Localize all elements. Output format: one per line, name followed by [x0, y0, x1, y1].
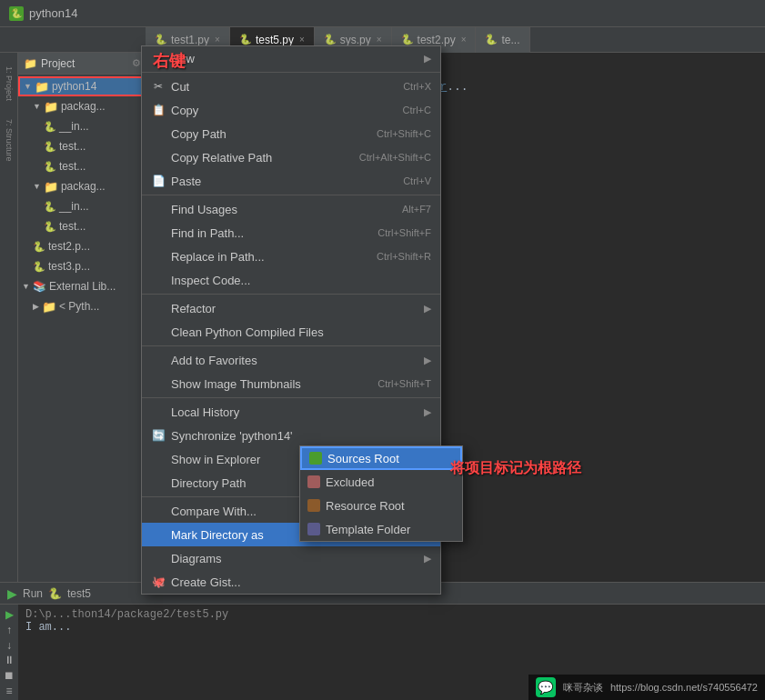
tab-te[interactable]: 🐍 te...: [476, 27, 529, 53]
tab-close-test5[interactable]: ×: [299, 35, 305, 45]
project-settings-icon[interactable]: ⚙: [132, 57, 141, 69]
menu-show-explorer-label: Show in Explorer: [171, 453, 260, 466]
folder-icon-pyth: 📁: [42, 300, 56, 314]
tree-item-test-pkg1a[interactable]: 🐍 test...: [18, 136, 158, 156]
tree-label-test3: test3.p...: [48, 260, 90, 273]
run-path: D:\p...thon14/package2/test5.py: [25, 608, 758, 621]
menu-sep-1: [142, 72, 440, 73]
menu-thumbnails-shortcut: Ctrl+Shift+T: [377, 378, 431, 389]
menu-cut-shortcut: Ctrl+X: [403, 81, 431, 92]
tree-label-test-pkg1b: test...: [59, 160, 86, 173]
run-tab-name: test5: [67, 587, 91, 600]
folder-icon-pkg2: 📁: [44, 180, 58, 194]
tab-close-test1[interactable]: ×: [215, 35, 220, 45]
tab-close-sys[interactable]: ×: [377, 35, 382, 45]
submenu-mark-dir: Sources Root Excluded Resource Root Temp…: [299, 445, 463, 542]
python-icon: 🐍: [44, 201, 56, 213]
menu-thumbnails[interactable]: Show Image Thumbnails Ctrl+Shift+T: [142, 372, 440, 395]
menu-new[interactable]: New ▶: [142, 46, 440, 70]
menu-paste-label: Paste: [171, 175, 201, 188]
run-down-btn[interactable]: ↓: [2, 638, 16, 652]
python-icon: 🐍: [44, 121, 56, 133]
tree-label-init1: __in...: [59, 120, 89, 133]
menu-inspect-label: Inspect Code...: [171, 274, 250, 287]
tree-item-test-pkg1b[interactable]: 🐍 test...: [18, 156, 158, 176]
menu-copy-path[interactable]: Copy Path Ctrl+Shift+C: [142, 122, 440, 145]
menu-thumbnails-label: Show Image Thumbnails: [171, 377, 301, 391]
submenu-template[interactable]: Template Folder: [300, 517, 462, 541]
tree-item-init2[interactable]: 🐍 __in...: [18, 196, 158, 216]
diagrams-icon: [151, 551, 166, 565]
replace-icon: [151, 249, 166, 264]
sidebar-structure-label[interactable]: 7: Structure: [1, 113, 17, 167]
tree-item-python14[interactable]: ▼ 📁 python14: [18, 76, 158, 96]
tree-item-test3[interactable]: 🐍 test3.p...: [18, 256, 158, 276]
menu-dir-path-label: Directory Path: [171, 476, 246, 490]
expand-icon: ▶: [33, 302, 39, 311]
copy-path-icon: [151, 126, 166, 141]
menu-copy[interactable]: 📋 Copy Ctrl+C: [142, 98, 440, 122]
tree-item-test2[interactable]: 🐍 test2.p...: [18, 236, 158, 256]
refactor-icon: [151, 301, 166, 315]
menu-find-path[interactable]: Find in Path... Ctrl+Shift+F: [142, 221, 440, 245]
tree-label-init2: __in...: [59, 200, 89, 213]
run-more-btn[interactable]: ≡: [2, 684, 16, 697]
submenu-sources-root[interactable]: Sources Root: [300, 446, 462, 470]
tree-label-pkg2: packag...: [61, 180, 106, 193]
menu-create-gist[interactable]: 🐙 Create Gist...: [142, 570, 440, 594]
submenu-resource-label: Resource Root: [326, 499, 405, 513]
dir-icon: [151, 475, 166, 490]
menu-cut[interactable]: ✂ Cut Ctrl+X: [142, 75, 440, 98]
menu-refactor[interactable]: Refactor ▶: [142, 296, 440, 320]
menu-inspect[interactable]: Inspect Code...: [142, 268, 440, 292]
tab-close-test2[interactable]: ×: [461, 35, 467, 45]
template-icon: [307, 523, 320, 535]
run-up-btn[interactable]: ↑: [2, 624, 16, 637]
menu-local-history[interactable]: Local History ▶: [142, 400, 440, 424]
wechat-logo: 💬: [536, 677, 556, 697]
menu-copy-rel-path[interactable]: Copy Relative Path Ctrl+Alt+Shift+C: [142, 145, 440, 169]
menu-sep-3: [142, 294, 440, 295]
tree-item-package1[interactable]: ▼ 📁 packag...: [18, 96, 158, 116]
tree-label-extlib: External Lib...: [49, 280, 116, 293]
run-play-btn[interactable]: ▶: [2, 608, 16, 622]
menu-paste[interactable]: 📄 Paste Ctrl+V: [142, 169, 440, 193]
run-python-icon: 🐍: [48, 587, 62, 600]
cut-icon: ✂: [151, 79, 166, 94]
expand-icon: ▼: [33, 182, 41, 191]
paste-icon: 📄: [151, 174, 166, 188]
submenu-excluded[interactable]: Excluded: [300, 470, 462, 494]
run-pause-btn[interactable]: ⏸: [2, 654, 16, 667]
clean-icon: [151, 325, 166, 339]
tree-item-extlib[interactable]: ▼ 📚 External Lib...: [18, 276, 158, 296]
submenu-sources-label: Sources Root: [327, 452, 399, 465]
history-icon: [151, 405, 166, 419]
menu-mark-dir-label: Mark Directory as: [171, 528, 264, 542]
sidebar-project-label[interactable]: 1: Project: [1, 56, 17, 111]
menu-find-usages-shortcut: Alt+F7: [402, 204, 431, 215]
refactor-arrow: ▶: [424, 303, 431, 315]
submenu-resource-root[interactable]: Resource Root: [300, 494, 462, 517]
menu-sync[interactable]: 🔄 Synchronize 'python14': [142, 424, 440, 447]
tree-item-pyth[interactable]: ▶ 📁 < Pyth...: [18, 296, 158, 316]
menu-refactor-label: Refactor: [171, 302, 216, 315]
run-stop-btn[interactable]: ⏹: [2, 669, 16, 683]
menu-copy-shortcut: Ctrl+C: [403, 105, 431, 115]
tree-item-init1[interactable]: 🐍 __in...: [18, 116, 158, 136]
favorites-arrow: ▶: [424, 355, 431, 366]
python-icon: 🐍: [44, 221, 56, 233]
folder-icon-pkg1: 📁: [44, 100, 58, 114]
tree-label-test2: test2.p...: [48, 240, 90, 253]
find-usages-icon: [151, 202, 166, 216]
tree-item-test-pkg2[interactable]: 🐍 test...: [18, 216, 158, 236]
tree-label-python14: python14: [52, 80, 96, 93]
expand-icon: ▼: [33, 102, 41, 111]
menu-diagrams[interactable]: Diagrams ▶: [142, 546, 440, 570]
wechat-name: 咪哥杂谈: [563, 681, 603, 695]
menu-favorites[interactable]: Add to Favorites ▶: [142, 348, 440, 372]
menu-replace-path[interactable]: Replace in Path... Ctrl+Shift+R: [142, 245, 440, 268]
menu-find-usages[interactable]: Find Usages Alt+F7: [142, 197, 440, 221]
menu-copy-rel-shortcut: Ctrl+Alt+Shift+C: [359, 152, 431, 163]
menu-clean[interactable]: Clean Python Compiled Files: [142, 320, 440, 344]
tree-item-package2[interactable]: ▼ 📁 packag...: [18, 176, 158, 196]
